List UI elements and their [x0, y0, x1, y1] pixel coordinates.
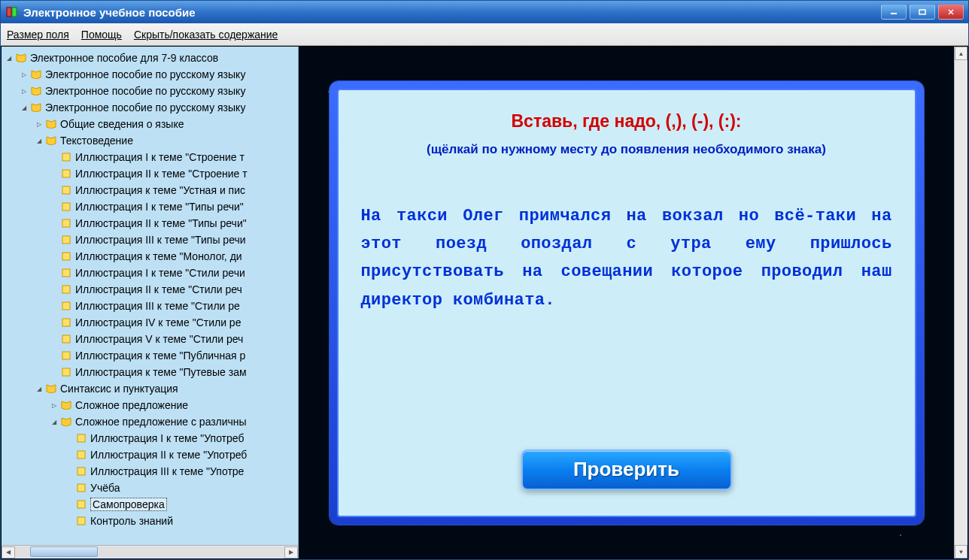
- tree-item[interactable]: ◢ Сложное предложение с различны: [2, 413, 298, 430]
- page-icon: [60, 301, 72, 311]
- scroll-left-button[interactable]: ◀: [2, 546, 15, 558]
- menu-toggle-toc[interactable]: Скрыть/показать содержание: [134, 29, 278, 41]
- page-icon: [60, 350, 72, 361]
- tree-item[interactable]: Иллюстрация к теме "Публичная р: [2, 347, 298, 364]
- expand-icon[interactable]: ▷: [20, 86, 29, 95]
- horizontal-scrollbar[interactable]: ◀ ▶: [2, 545, 298, 558]
- maximize-button[interactable]: [910, 5, 935, 20]
- page-icon: [75, 516, 87, 526]
- page-icon: [60, 152, 72, 162]
- scroll-track[interactable]: [955, 60, 967, 545]
- book-icon: [30, 102, 42, 113]
- book-icon: [45, 119, 57, 129]
- svg-rect-6: [62, 153, 70, 161]
- page-icon: [75, 466, 87, 477]
- tree-item[interactable]: ▷ Электронное пособие по русскому языку: [2, 83, 298, 99]
- expand-icon[interactable]: ▷: [35, 120, 44, 129]
- svg-rect-23: [77, 484, 85, 492]
- tree-item[interactable]: ▷ Общие сведения о языке: [2, 116, 298, 132]
- svg-rect-12: [62, 253, 70, 260]
- tree-item[interactable]: Иллюстрация II к теме "Стили реч: [2, 281, 298, 298]
- content-area: Вставь, где надо, (,), (-), (:): (щёлкай…: [299, 47, 954, 558]
- tree-item[interactable]: Иллюстрация II к теме "Строение т: [2, 165, 298, 182]
- tree[interactable]: ◢ Электронное пособие для 7-9 классов ▷ …: [2, 47, 298, 545]
- tree-item[interactable]: Иллюстрация II к теме "Употреб: [2, 446, 298, 463]
- collapse-icon[interactable]: ◢: [50, 417, 59, 426]
- tree-item[interactable]: ▷ Сложное предложение: [2, 397, 298, 413]
- book-icon: [15, 53, 27, 63]
- page-icon: [75, 499, 87, 510]
- tree-item[interactable]: ◢ Синтаксис и пунктуация: [2, 380, 298, 397]
- tree-item[interactable]: Иллюстрация I к теме "Стили речи: [2, 265, 298, 281]
- svg-rect-18: [62, 352, 70, 359]
- book-icon: [45, 135, 57, 146]
- page-icon: [75, 450, 87, 460]
- menubar: Размер поля Помощь Скрыть/показать содер…: [1, 23, 968, 46]
- menu-help[interactable]: Помощь: [81, 29, 122, 41]
- page-icon: [60, 251, 72, 262]
- tree-item[interactable]: Учёба: [2, 480, 298, 496]
- tree-item[interactable]: Иллюстрация I к теме "Строение т: [2, 149, 298, 165]
- tree-item[interactable]: Иллюстрация III к теме "Типы речи: [2, 232, 298, 248]
- tree-item[interactable]: Иллюстрация III к теме "Стили ре: [2, 298, 298, 314]
- svg-rect-25: [77, 517, 85, 525]
- check-button[interactable]: Проверить: [521, 450, 732, 490]
- collapse-icon[interactable]: ◢: [5, 53, 14, 62]
- page-icon: [60, 201, 72, 212]
- collapse-icon[interactable]: ◢: [35, 384, 44, 393]
- scroll-thumb[interactable]: [30, 546, 98, 557]
- svg-rect-20: [77, 434, 85, 442]
- tree-item[interactable]: Иллюстрация III к теме "Употре: [2, 463, 298, 480]
- svg-rect-24: [77, 501, 85, 508]
- tree-item[interactable]: ◢ Электронное пособие по русскому языку: [2, 99, 298, 116]
- page-icon: [60, 218, 72, 229]
- tree-item[interactable]: Иллюстрация IV к теме "Стили ре: [2, 314, 298, 331]
- exercise-card: Вставь, где надо, (,), (-), (:): (щёлкай…: [330, 81, 924, 525]
- tree-root[interactable]: ◢ Электронное пособие для 7-9 классов: [2, 50, 298, 66]
- book-icon: [30, 69, 42, 80]
- tree-item[interactable]: Иллюстрация II к теме "Типы речи": [2, 215, 298, 232]
- minimize-button[interactable]: [881, 5, 907, 20]
- page-icon: [60, 317, 72, 328]
- tree-item[interactable]: ◢ Текстоведение: [2, 132, 298, 149]
- close-button[interactable]: [938, 5, 964, 20]
- tree-item[interactable]: ▷ Электронное пособие по русскому языку: [2, 66, 298, 83]
- page-icon: [60, 268, 72, 278]
- svg-rect-22: [77, 468, 85, 475]
- tree-item-selected[interactable]: Самопроверка: [2, 496, 298, 513]
- app-icon: [5, 5, 19, 19]
- vertical-scrollbar[interactable]: ▲ ▼: [954, 47, 967, 558]
- titlebar: Электронное учебное пособие: [1, 1, 968, 23]
- tree-item[interactable]: Иллюстрация к теме "Устная и пис: [2, 182, 298, 198]
- scroll-track[interactable]: [15, 546, 284, 558]
- page-icon: [60, 235, 72, 245]
- tree-item[interactable]: Иллюстрация I к теме "Употреб: [2, 430, 298, 446]
- exercise-text[interactable]: На такси Олег примчался на вокзал но всё…: [361, 202, 892, 315]
- svg-rect-21: [77, 451, 85, 459]
- svg-rect-8: [62, 186, 70, 194]
- scroll-right-button[interactable]: ▶: [284, 546, 298, 558]
- window-title: Электронное учебное пособие: [23, 6, 881, 19]
- tree-item[interactable]: Иллюстрация к теме "Монолог, ди: [2, 248, 298, 265]
- page-icon: [75, 483, 87, 493]
- collapse-icon[interactable]: ◢: [20, 103, 29, 112]
- collapse-icon[interactable]: ◢: [35, 136, 44, 145]
- tree-item[interactable]: Иллюстрация к теме "Путевые зам: [2, 364, 298, 380]
- svg-rect-1: [12, 8, 17, 17]
- expand-icon[interactable]: ▷: [20, 70, 29, 79]
- scroll-up-button[interactable]: ▲: [955, 47, 967, 60]
- tree-item[interactable]: Контроль знаний: [2, 513, 298, 529]
- expand-icon[interactable]: ▷: [50, 401, 59, 410]
- tree-item[interactable]: Иллюстрация I к теме "Типы речи": [2, 198, 298, 215]
- page-icon: [60, 168, 72, 179]
- menu-field-size[interactable]: Размер поля: [7, 29, 69, 41]
- page-icon: [60, 367, 72, 377]
- svg-rect-13: [62, 269, 70, 277]
- tree-item[interactable]: Иллюстрация V к теме "Стили реч: [2, 331, 298, 347]
- book-icon: [60, 416, 72, 427]
- sidebar: ◢ Электронное пособие для 7-9 классов ▷ …: [2, 47, 299, 558]
- scroll-down-button[interactable]: ▼: [955, 545, 967, 558]
- book-icon: [30, 86, 42, 96]
- svg-rect-16: [62, 319, 70, 326]
- svg-rect-14: [62, 286, 70, 293]
